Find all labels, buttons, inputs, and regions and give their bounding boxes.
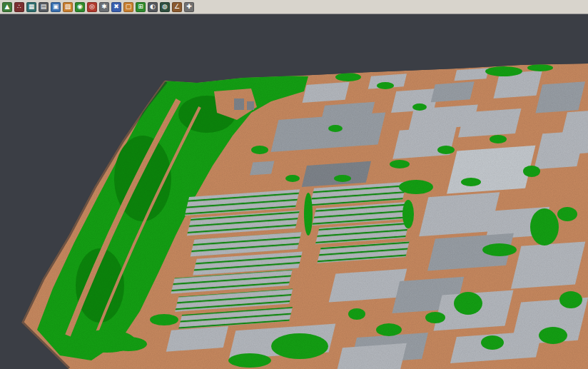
info-icon[interactable]: ✚ — [184, 2, 194, 12]
target-icon[interactable]: ◎ — [87, 2, 97, 12]
mesh-icon[interactable]: ▦ — [26, 2, 36, 12]
viewport-container — [0, 14, 588, 369]
toolbar: ▲∴▦▤▣▨◉◎✱✖▢⊞◐◍∠✚ — [0, 0, 588, 14]
viewport-3d[interactable] — [0, 14, 588, 369]
globe-icon[interactable]: ◉ — [75, 2, 85, 12]
settings-icon[interactable]: ✱ — [99, 2, 109, 12]
ortho-image-icon[interactable]: ▣ — [51, 2, 61, 12]
crop-icon[interactable]: ✖ — [111, 2, 121, 12]
select-area-icon[interactable]: ▢ — [123, 2, 133, 12]
globe-dark-icon[interactable]: ◍ — [160, 2, 170, 12]
measure-icon[interactable]: ∠ — [172, 2, 182, 12]
terrain-view-icon[interactable]: ▲ — [2, 2, 12, 12]
texture-icon[interactable]: ▨ — [63, 2, 73, 12]
grid-icon[interactable]: ⊞ — [136, 2, 146, 12]
layers-icon[interactable]: ▤ — [39, 2, 49, 12]
camera-icon[interactable]: ◐ — [148, 2, 158, 12]
point-cloud-icon[interactable]: ∴ — [14, 2, 24, 12]
